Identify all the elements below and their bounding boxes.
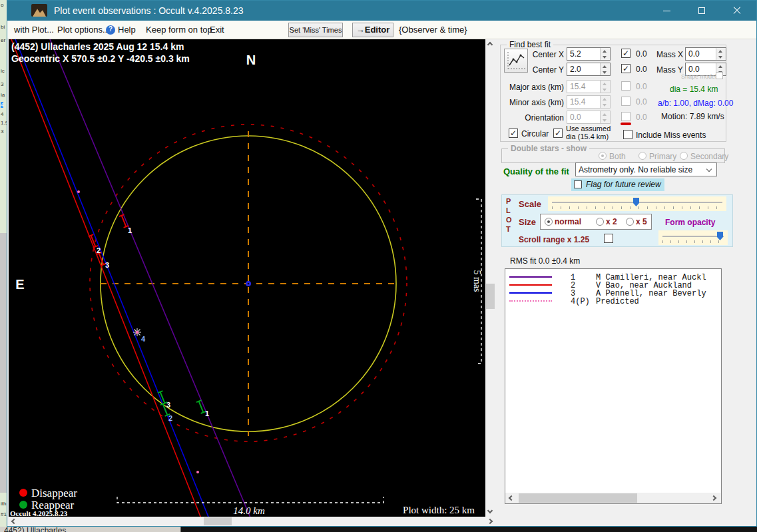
disappear-legend-label: Disappear xyxy=(31,487,77,499)
double-both-label: Both xyxy=(609,152,626,161)
center-y-lock-checkbox[interactable] xyxy=(621,64,631,73)
spinner-arrows[interactable] xyxy=(716,48,726,60)
use-assumed-label-line2: dia (15.4 km) xyxy=(566,133,611,140)
center-x-lock-checkbox[interactable] xyxy=(621,49,631,58)
form-opacity-slider[interactable] xyxy=(658,230,728,245)
center-y-spinner[interactable]: 2.0 xyxy=(567,63,611,76)
plot-letter-l: L xyxy=(506,206,511,214)
observer-row[interactable]: 3 A Pennell, near Beverly xyxy=(505,289,721,297)
double-secondary-radio[interactable] xyxy=(680,152,688,160)
title-bar[interactable]: Plot event observations : Occult v.4.202… xyxy=(7,1,756,21)
plot-letter-p: P xyxy=(506,197,511,205)
menu-help[interactable]: Help xyxy=(118,25,136,35)
menu-keep-on-top[interactable]: Keep form on top xyxy=(146,25,212,35)
orientation-spinner[interactable]: 0.0 xyxy=(567,111,611,124)
chord-line-sample xyxy=(509,284,552,286)
shape-model-checkbox[interactable] xyxy=(716,72,723,79)
minor-axis-lock-checkbox[interactable] xyxy=(621,97,631,106)
chevron-down-icon xyxy=(706,166,712,172)
menu-exit[interactable]: Exit xyxy=(210,25,224,35)
marker-label-r3: 3 xyxy=(166,401,170,409)
find-best-fit-title: Find best fit xyxy=(507,40,553,49)
marker-label-r2: 2 xyxy=(168,414,172,422)
spinner-arrows[interactable] xyxy=(600,48,610,60)
ab-dmag-label: a/b: 1.00, dMag: 0.00 xyxy=(658,99,733,108)
maximize-button[interactable] xyxy=(685,1,718,21)
observer-name: Predicted xyxy=(596,297,639,306)
observer-row[interactable]: 1 M Camilleri, near Auckl xyxy=(505,273,721,281)
size-normal-label: normal xyxy=(555,217,581,226)
scroll-range-checkbox[interactable] xyxy=(604,234,613,243)
predicted-dot xyxy=(196,471,199,473)
screen: obier ic3ia 44 1.93 ith#1 Plot event obs… xyxy=(0,0,757,532)
occultation-plot[interactable]: 1 2 3 3 2 1 4 (4452) Ullach xyxy=(9,39,485,517)
center-x-value: 5.2 xyxy=(567,48,600,60)
app-icon xyxy=(31,4,47,17)
menu-with-plot[interactable]: with Plot... xyxy=(14,25,54,35)
center-x-spinner[interactable]: 5.2 xyxy=(567,47,611,61)
plot-title-line2: Geocentric X 570.5 ±0.2 Y -420.5 ±0.3 km xyxy=(11,53,190,64)
major-axis-spinner[interactable]: 15.4 xyxy=(567,80,611,93)
spinner-arrows xyxy=(600,96,610,108)
major-axis-lock-checkbox[interactable] xyxy=(621,81,631,91)
orientation-label: Orientation xyxy=(501,113,564,123)
size-normal-radio[interactable] xyxy=(545,218,553,226)
scalebar-bracket xyxy=(117,497,383,503)
circular-checkbox[interactable] xyxy=(509,129,518,138)
set-miss-times-button[interactable]: Set 'Miss' Times xyxy=(288,23,343,37)
include-miss-checkbox[interactable] xyxy=(623,130,632,139)
minor-axis-label: Minor axis (km) xyxy=(501,98,564,107)
editor-button[interactable]: →Editor xyxy=(352,23,393,37)
marker-label-d1: 1 xyxy=(128,226,132,234)
close-button[interactable] xyxy=(720,1,754,21)
mass-y-label: Mass Y xyxy=(656,65,683,75)
quality-dropdown[interactable]: Astrometry only. No reliable size xyxy=(575,162,717,176)
scale-slider[interactable] xyxy=(548,196,726,211)
size-x2-radio[interactable] xyxy=(596,218,604,226)
mass-x-value: 0.0 xyxy=(686,48,716,60)
minimize-button[interactable] xyxy=(650,1,683,21)
reappear-legend-dot xyxy=(19,501,27,509)
chord-line-sample xyxy=(509,300,552,302)
orientation-error: 0.0 xyxy=(636,113,647,122)
quality-label: Quality of the fit xyxy=(503,166,569,176)
use-assumed-dia-checkbox[interactable] xyxy=(553,129,563,138)
plot-horizontal-scrollbar[interactable] xyxy=(9,517,495,526)
observer-row[interactable]: 2 V Bao, near Auckland xyxy=(505,281,721,289)
marker-label-d2: 2 xyxy=(97,246,101,254)
plot-vertical-scrollbar[interactable] xyxy=(485,39,495,517)
observers-listbox[interactable]: 1 M Camilleri, near Auckl 2 V Bao, near … xyxy=(505,268,722,504)
chord-line-sample xyxy=(509,292,552,294)
chord-line-sample xyxy=(509,276,552,278)
double-primary-radio[interactable] xyxy=(638,152,646,160)
scale-slider-thumb[interactable] xyxy=(633,198,639,206)
double-both-radio[interactable] xyxy=(599,152,607,160)
form-opacity-thumb[interactable] xyxy=(717,232,723,240)
marker-label-d3: 3 xyxy=(105,261,109,269)
observers-list-scrollbar[interactable] xyxy=(505,493,721,503)
rms-fit-label: RMS fit 0.0 ±0.4 km xyxy=(510,256,580,266)
major-axis-error: 0.0 xyxy=(636,82,647,91)
spinner-arrows[interactable] xyxy=(600,63,610,75)
observer-time-label: {Observer & time} xyxy=(399,25,467,35)
minor-axis-value: 15.4 xyxy=(567,96,600,108)
menu-plot-options[interactable]: Plot options... xyxy=(57,25,110,35)
size-label: Size xyxy=(519,217,536,227)
major-axis-label: Major axis (km) xyxy=(501,83,564,92)
mass-x-spinner[interactable]: 0.0 xyxy=(685,47,726,61)
flag-review-checkbox[interactable] xyxy=(574,180,582,188)
size-x2-label: x 2 xyxy=(606,217,617,226)
orientation-lock-checkbox[interactable] xyxy=(621,112,631,121)
observers-scroll-thumb[interactable] xyxy=(519,493,637,503)
plot-hscroll-thumb[interactable] xyxy=(204,517,232,525)
center-point-core xyxy=(248,283,250,285)
help-icon[interactable] xyxy=(106,25,115,35)
major-axis-value: 15.4 xyxy=(567,81,600,93)
minor-axis-spinner[interactable]: 15.4 xyxy=(567,95,611,109)
predicted-dot xyxy=(77,190,80,193)
plot-vscroll-thumb[interactable] xyxy=(486,284,495,309)
observer-row[interactable]: 4(P) Predicted xyxy=(505,297,721,305)
background-window-bottom: 4452) Ullacharles xyxy=(0,527,757,532)
window-title: Plot event observations : Occult v.4.202… xyxy=(54,1,244,21)
size-x5-radio[interactable] xyxy=(626,218,634,226)
